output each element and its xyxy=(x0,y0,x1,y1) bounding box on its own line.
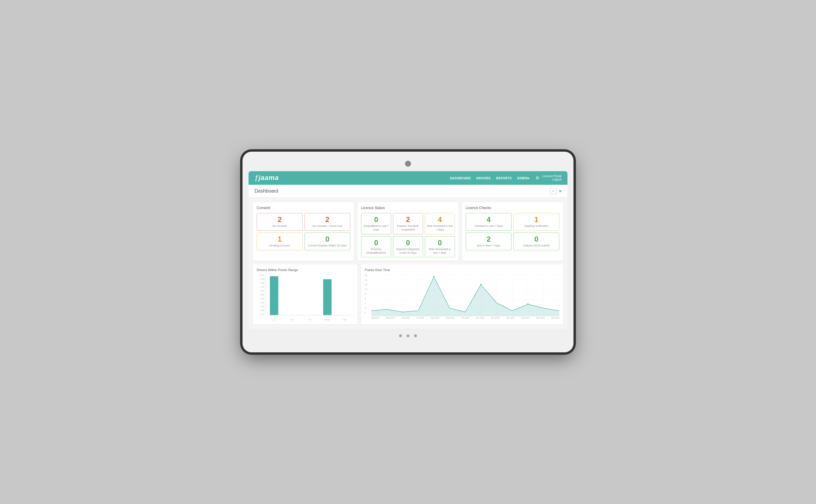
bar-x-label: 10-11 xyxy=(318,319,336,321)
stat-box[interactable]: 4Risk Increased in last 7 days xyxy=(425,213,455,234)
line-x-label: Mar 2019 xyxy=(536,317,544,319)
stat-box[interactable]: 2No Consent - Check Due xyxy=(304,213,351,231)
stat-box[interactable]: 0Expired Categories in last 30 days xyxy=(393,236,423,258)
stat-number: 4 xyxy=(468,216,510,224)
bar-chart-bars xyxy=(265,274,354,315)
stat-box[interactable]: 0Risk Decreased in last 7 days xyxy=(425,236,455,258)
bar-y-label: 2.00 xyxy=(260,274,264,276)
svg-point-25 xyxy=(527,303,529,305)
licence-status-stat-grid: 0Disqualified In Last 7 Days2Expired, Re… xyxy=(361,213,455,258)
check-button[interactable]: ✓ xyxy=(550,188,557,194)
stat-box[interactable]: 0Disqualified In Last 7 Days xyxy=(361,213,391,234)
stat-label: Expired Categories in last 30 days xyxy=(395,248,421,255)
stat-label: Failures (IDS/Locked) xyxy=(515,244,557,248)
line-x-labels: Apr 2018May 2018Jun 2018Jul 2018Aug 2018… xyxy=(371,317,559,319)
bar-fill xyxy=(270,276,278,315)
nav-reports[interactable]: REPORTS xyxy=(496,177,512,180)
stat-box[interactable]: 1Pending Consent xyxy=(257,233,303,250)
bar-y-label: 1.60 xyxy=(260,290,264,292)
bar-chart-area: 2.001.901.801.701.601.501.401.301.201.10… xyxy=(257,274,354,321)
line-x-label: Apr 2018 xyxy=(371,317,379,319)
svg-point-24 xyxy=(480,284,482,286)
licence-checks-title: Licence Checks xyxy=(466,206,559,210)
bar-x-label: 4-6 xyxy=(283,319,301,321)
licence-checks-section: Licence Checks 4Checked In Last 7 Days1A… xyxy=(462,202,563,261)
stat-box[interactable]: 2Expired, Revoked, Suspended xyxy=(393,213,423,234)
bar-group[interactable] xyxy=(283,274,301,315)
charts-row: Drivers Within Points Range 2.001.901.80… xyxy=(253,264,563,324)
nav-dashboard[interactable]: DASHBOARD xyxy=(450,177,471,180)
logout-link[interactable]: Logout xyxy=(542,178,561,181)
stat-label: Due In Next 7 Days xyxy=(468,244,510,248)
stat-number: 0 xyxy=(515,235,557,243)
line-y-label: 10 xyxy=(365,288,371,290)
bar-y-label: 1.30 xyxy=(260,301,264,304)
bar-y-label: 1.90 xyxy=(260,278,264,280)
device-frame: ƒjaama DASHBOARD DRIVERS REPORTS ADMIN▾ … xyxy=(243,152,573,353)
licence-status-title: Licence Status xyxy=(361,206,455,210)
bar-y-label: 1.80 xyxy=(260,282,264,284)
bar-group[interactable] xyxy=(319,274,336,315)
line-y-axis: 1614121086420 xyxy=(365,274,371,314)
stat-label: Disqualified In Last 7 Days xyxy=(363,224,389,231)
nav-logo: ƒjaama xyxy=(255,174,279,182)
line-x-label: Feb 2019 xyxy=(521,317,529,319)
device-dot-3 xyxy=(414,334,417,337)
line-x-label: Jul 2018 xyxy=(416,317,424,319)
stat-box[interactable]: 2No Consent xyxy=(257,213,303,231)
line-x-label: Oct 2018 xyxy=(461,317,469,319)
stat-label: Consent Expires Within 30 Days xyxy=(307,244,348,248)
stat-label: Pending Consent xyxy=(259,244,301,248)
nav-drivers[interactable]: DRIVERS xyxy=(476,177,491,180)
line-y-label: 12 xyxy=(365,283,371,286)
cards-row: Consent 2No Consent2No Consent - Check D… xyxy=(253,202,563,261)
stat-box[interactable]: 4Checked In Last 7 Days xyxy=(466,213,512,231)
stat-box[interactable]: 0Previous Disqualifications xyxy=(361,236,391,258)
svg-point-23 xyxy=(433,276,435,278)
line-x-label: Dec 2018 xyxy=(491,317,499,319)
bar-chart-card: Drivers Within Points Range 2.001.901.80… xyxy=(253,264,357,324)
stat-number: 1 xyxy=(259,235,301,243)
stat-box[interactable]: 2Due In Next 7 Days xyxy=(466,233,512,250)
bar-group[interactable] xyxy=(301,274,319,315)
bar-y-label: 1.70 xyxy=(260,286,264,288)
bar-x-labels: 1-34-67-910-1112+ xyxy=(265,319,354,321)
line-x-label: Jan 2019 xyxy=(506,317,515,319)
line-x-label: Nov 2018 xyxy=(476,317,484,319)
stat-label: Risk Decreased in last 7 days xyxy=(427,248,453,255)
stat-box[interactable]: 1Awaiting Verification xyxy=(513,213,559,231)
menu-button[interactable]: ≡ xyxy=(559,189,561,193)
line-y-label: 16 xyxy=(365,274,371,276)
line-x-label: Jun 2018 xyxy=(402,317,410,319)
licence-portal-link[interactable]: Licence Portal xyxy=(542,175,561,178)
stat-box[interactable]: 0Consent Expires Within 30 Days xyxy=(304,233,351,250)
line-y-label: 2 xyxy=(365,307,371,309)
line-y-label: 14 xyxy=(365,279,371,281)
licence-status-section: Licence Status 0Disqualified In Last 7 D… xyxy=(357,202,458,261)
line-y-label: 4 xyxy=(365,302,371,304)
bar-group[interactable] xyxy=(265,274,283,315)
page-content: Consent 2No Consent2No Consent - Check D… xyxy=(249,198,567,329)
bar-group[interactable] xyxy=(336,274,354,315)
line-chart-area: 1614121086420 Apr 2018May 2018Jun 2018Ju… xyxy=(365,274,559,319)
stat-box[interactable]: 0Failures (IDS/Locked) xyxy=(513,233,559,250)
stat-number: 0 xyxy=(395,239,421,247)
line-x-label: May 2018 xyxy=(386,317,395,319)
stat-number: 2 xyxy=(259,216,301,224)
bar-chart-title: Drivers Within Points Range xyxy=(257,268,354,272)
bar-y-label: 1.00 xyxy=(260,313,264,315)
stat-number: 1 xyxy=(515,216,557,224)
device-bottom xyxy=(249,334,567,337)
gear-icon[interactable]: ⚙ xyxy=(536,175,539,180)
line-chart-svg xyxy=(371,274,559,316)
nav-right: ⚙ Licence Portal Logout xyxy=(536,175,561,181)
bar-fill xyxy=(323,279,332,315)
device-dot-2 xyxy=(406,334,410,337)
nav-admin[interactable]: ADMIN▾ xyxy=(517,177,530,180)
consent-stat-grid: 2No Consent2No Consent - Check Due1Pendi… xyxy=(257,213,350,250)
device-screen: ƒjaama DASHBOARD DRIVERS REPORTS ADMIN▾ … xyxy=(249,171,567,329)
stat-label: Expired, Revoked, Suspended xyxy=(395,224,421,231)
stat-label: Awaiting Verification xyxy=(515,224,557,228)
stat-number: 0 xyxy=(307,235,348,243)
stat-label: Previous Disqualifications xyxy=(363,248,389,255)
